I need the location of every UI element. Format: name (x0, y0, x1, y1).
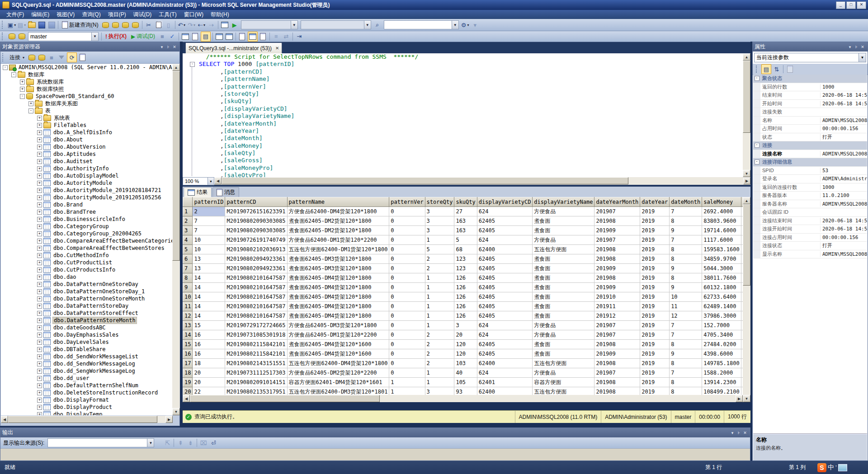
data-cell[interactable]: 13 (193, 254, 225, 264)
scrollbar-thumb[interactable] (8, 416, 157, 423)
code-line[interactable]: ,[dateMonth] (183, 135, 743, 142)
expand-plus-icon[interactable]: + (37, 260, 42, 265)
data-cell[interactable]: 201908 (594, 378, 640, 387)
close-panel-icon[interactable]: ✕ (742, 430, 748, 436)
tree-item[interactable]: +dbo.dd_SengWorkMessageLog (1, 367, 172, 375)
data-cell[interactable]: 62405 (477, 273, 533, 283)
data-cell[interactable]: 27484.0200 (702, 340, 741, 349)
expand-plus-icon[interactable]: + (37, 210, 42, 215)
data-cell[interactable]: 煮食面62405-DM2货架120*1800 (287, 216, 389, 226)
intellisense-enabled-icon[interactable]: ▤ (201, 32, 211, 42)
data-cell[interactable]: 62400 (477, 359, 533, 368)
data-cell[interactable]: 2019 (640, 368, 670, 378)
row-number-cell[interactable]: 18 (183, 368, 193, 378)
property-row[interactable]: 连接名称ADMIN\MSSQL2008 (ADMI (753, 150, 867, 159)
code-line[interactable]: ,[saleQty] (183, 150, 743, 157)
tree-item[interactable]: +dbo.dd_SendWorkMessageList (1, 353, 172, 360)
sql-code-editor[interactable]: /****** Script for SelectTopNRows comman… (183, 53, 743, 177)
scroll-left-icon[interactable]: ◀ (1, 416, 8, 423)
toolbar-combo[interactable]: ▼ (301, 20, 371, 29)
data-cell[interactable]: 103 (454, 359, 477, 368)
collapse-minus-icon[interactable]: - (20, 94, 25, 99)
row-number-cell[interactable]: 2 (183, 216, 193, 226)
data-cell[interactable]: 0 (389, 302, 425, 311)
data-cell[interactable]: 624 (477, 368, 533, 378)
menu-item-t[interactable]: 工具(T) (155, 10, 180, 19)
results-tab-messages[interactable]: 消息 (212, 187, 239, 197)
data-cell[interactable]: 62405 (477, 340, 533, 349)
data-cell[interactable]: 201912 (594, 311, 640, 321)
code-line[interactable]: ,[patternCD] (183, 68, 743, 75)
data-cell[interactable]: 7 (670, 235, 702, 245)
tree-item[interactable]: +dbo.AboutVersion (1, 143, 172, 150)
results-to-grid-icon[interactable] (248, 32, 258, 42)
ime-language-icon[interactable]: 中 (828, 464, 834, 472)
data-cell[interactable]: 62405 (477, 311, 533, 321)
expand-plus-icon[interactable]: + (37, 325, 42, 330)
analysis-services-dmx-query-icon[interactable] (121, 20, 130, 29)
tree-item[interactable]: +dbo.DataPatternStoreEffect (1, 310, 172, 317)
data-cell[interactable]: 2 (425, 359, 454, 368)
data-cell[interactable]: 13 (193, 264, 225, 273)
open-file-icon[interactable] (27, 20, 36, 29)
data-cell[interactable]: 3 (425, 216, 454, 226)
code-line[interactable]: ,[saleGross] (183, 157, 743, 164)
expand-plus-icon[interactable]: + (37, 166, 42, 171)
results-to-file-icon[interactable] (259, 32, 268, 41)
data-cell[interactable]: 624 (477, 235, 533, 245)
data-cell[interactable]: M20190802143151551 (225, 359, 287, 368)
data-cell[interactable]: 9 (670, 264, 702, 273)
expand-plus-icon[interactable]: + (37, 268, 42, 272)
expand-plus-icon[interactable]: + (37, 390, 42, 395)
expand-plus-icon[interactable]: + (37, 304, 42, 309)
data-cell[interactable]: 201907 (594, 235, 640, 245)
collapse-minus-icon[interactable]: - (755, 160, 760, 164)
data-cell[interactable]: 624 (477, 207, 533, 216)
new-query-button[interactable]: 新建查询(N) (60, 20, 100, 29)
column-header-displayVarietyCD[interactable]: displayVarietyCD (477, 197, 533, 207)
expand-plus-icon[interactable]: + (37, 376, 42, 381)
data-cell[interactable]: 1 (425, 321, 454, 330)
data-cell[interactable]: 13914.2300 (702, 378, 741, 387)
data-cell[interactable]: 16 (193, 340, 225, 349)
analysis-services-mdx-query-icon[interactable] (111, 20, 120, 29)
data-cell[interactable]: 煮食面62405-DM4货架120*1600 (287, 340, 389, 349)
data-cell[interactable]: 1 (425, 283, 454, 292)
data-cell[interactable]: M20190802101647587 (225, 302, 287, 311)
data-cell[interactable]: 2 (425, 254, 454, 264)
data-cell[interactable]: M20190726151623391 (225, 207, 287, 216)
toolbar-options-icon[interactable]: ▾ (471, 20, 480, 29)
data-cell[interactable]: 0 (389, 207, 425, 216)
data-cell[interactable]: 62405 (477, 349, 533, 359)
expand-plus-icon[interactable]: + (37, 405, 42, 410)
data-cell[interactable]: 5044.3000 (702, 264, 741, 273)
navigate-backward-icon[interactable]: ⇠▾ (197, 20, 206, 29)
data-cell[interactable]: 9 (670, 283, 702, 292)
row-number-cell[interactable]: 4 (183, 235, 193, 245)
expand-plus-icon[interactable]: + (37, 275, 42, 280)
code-line[interactable]: /****** Script for SelectTopNRows comman… (183, 53, 743, 61)
chevron-down-icon[interactable]: ▾ (203, 23, 205, 27)
data-cell[interactable]: 煮食面62405-DM3货架120*1800 (287, 254, 389, 264)
data-cell[interactable]: 2019 (640, 254, 670, 264)
data-cell[interactable]: 8 (670, 216, 702, 226)
data-cell[interactable]: 方便食品62405-DM3货架120*1800 (287, 321, 389, 330)
data-cell[interactable]: 1588.2000 (702, 368, 741, 378)
chevron-down-icon[interactable]: ▾ (193, 23, 195, 27)
row-number-cell[interactable]: 11 (183, 302, 193, 311)
column-header-storeQty[interactable]: storeQty (425, 197, 454, 207)
data-cell[interactable]: M20190802094923361 (225, 264, 287, 273)
data-cell[interactable]: M20190802091014151 (225, 378, 287, 387)
data-cell[interactable]: 62405 (477, 216, 533, 226)
window-layout-icon[interactable]: ▤▾ (17, 20, 26, 29)
navigate-forward-icon[interactable]: ⇢ (207, 20, 216, 29)
scroll-down-icon[interactable]: ▼ (743, 395, 750, 402)
collapse-minus-icon[interactable]: - (755, 76, 760, 81)
property-row[interactable]: 服务器名称ADMIN\MSSQL2008 (753, 200, 867, 209)
minimize-button[interactable]: _ (836, 1, 845, 9)
row-number-cell[interactable]: 5 (183, 245, 193, 254)
tree-item[interactable]: +dbo.DataPatternStoreMonth (1, 317, 172, 324)
stop-icon[interactable]: ■ (158, 32, 167, 41)
scroll-left-icon[interactable]: ◀ (183, 395, 190, 402)
include-actual-plan-icon[interactable] (215, 32, 224, 41)
